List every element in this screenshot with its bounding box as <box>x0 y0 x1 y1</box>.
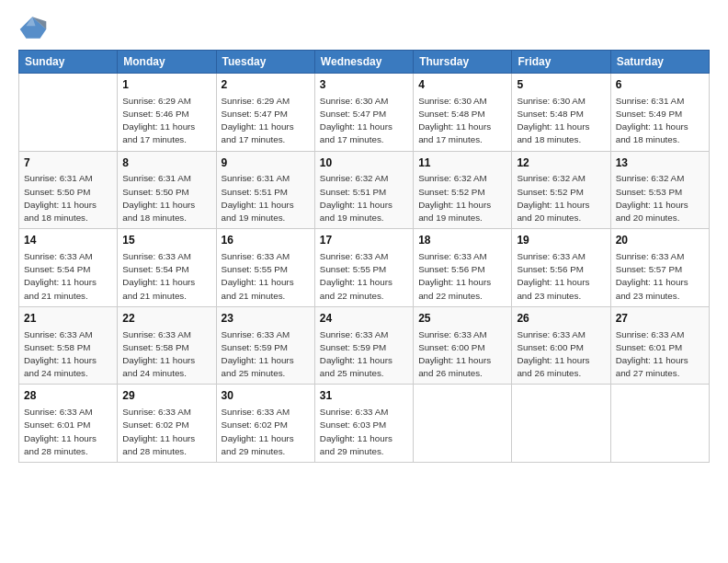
calendar-cell: 5Sunrise: 6:30 AMSunset: 5:48 PMDaylight… <box>512 74 610 152</box>
calendar-table: SundayMondayTuesdayWednesdayThursdayFrid… <box>18 50 710 463</box>
day-number: 31 <box>320 388 408 404</box>
header-saturday: Saturday <box>610 51 709 74</box>
day-info: Sunrise: 6:33 AMSunset: 5:59 PMDaylight:… <box>222 328 310 381</box>
day-info: Sunrise: 6:32 AMSunset: 5:52 PMDaylight:… <box>517 172 605 224</box>
day-info: Sunrise: 6:33 AMSunset: 6:00 PMDaylight:… <box>418 328 506 381</box>
day-info: Sunrise: 6:33 AMSunset: 6:02 PMDaylight:… <box>122 406 210 458</box>
calendar-cell: 16Sunrise: 6:33 AMSunset: 5:55 PMDayligh… <box>216 229 314 307</box>
header-tuesday: Tuesday <box>216 51 314 74</box>
day-info: Sunrise: 6:33 AMSunset: 5:54 PMDaylight:… <box>24 250 112 303</box>
day-number: 26 <box>517 311 605 327</box>
day-info: Sunrise: 6:33 AMSunset: 5:57 PMDaylight:… <box>616 250 704 303</box>
calendar-cell: 22Sunrise: 6:33 AMSunset: 5:58 PMDayligh… <box>118 306 216 385</box>
calendar-cell: 7Sunrise: 6:31 AMSunset: 5:50 PMDaylight… <box>19 151 118 229</box>
day-number: 8 <box>122 155 210 171</box>
day-number: 3 <box>320 77 408 93</box>
calendar-week-row: 28Sunrise: 6:33 AMSunset: 6:01 PMDayligh… <box>19 385 710 463</box>
day-info: Sunrise: 6:31 AMSunset: 5:49 PMDaylight:… <box>616 95 704 147</box>
day-info: Sunrise: 6:33 AMSunset: 5:59 PMDaylight:… <box>320 328 408 381</box>
calendar-cell: 6Sunrise: 6:31 AMSunset: 5:49 PMDaylight… <box>610 74 709 152</box>
calendar-cell: 30Sunrise: 6:33 AMSunset: 6:02 PMDayligh… <box>216 385 314 463</box>
day-info: Sunrise: 6:33 AMSunset: 6:01 PMDaylight:… <box>24 406 112 458</box>
calendar-cell: 2Sunrise: 6:29 AMSunset: 5:47 PMDaylight… <box>216 74 314 152</box>
day-number: 29 <box>122 388 210 404</box>
day-info: Sunrise: 6:29 AMSunset: 5:46 PMDaylight:… <box>122 95 210 147</box>
day-number: 25 <box>418 311 506 327</box>
day-info: Sunrise: 6:33 AMSunset: 5:56 PMDaylight:… <box>517 250 605 303</box>
day-info: Sunrise: 6:30 AMSunset: 5:48 PMDaylight:… <box>517 95 605 147</box>
day-info: Sunrise: 6:29 AMSunset: 5:47 PMDaylight:… <box>222 95 310 147</box>
calendar-cell <box>610 385 709 463</box>
day-number: 28 <box>24 388 112 404</box>
calendar-week-row: 1Sunrise: 6:29 AMSunset: 5:46 PMDaylight… <box>19 74 710 152</box>
day-number: 6 <box>616 77 704 93</box>
day-info: Sunrise: 6:33 AMSunset: 6:01 PMDaylight:… <box>616 328 704 381</box>
day-info: Sunrise: 6:33 AMSunset: 5:56 PMDaylight:… <box>418 250 506 303</box>
day-number: 20 <box>616 233 704 248</box>
calendar-cell: 13Sunrise: 6:32 AMSunset: 5:53 PMDayligh… <box>610 151 709 229</box>
day-number: 5 <box>517 77 605 93</box>
day-info: Sunrise: 6:33 AMSunset: 6:02 PMDaylight:… <box>222 406 310 458</box>
calendar-cell: 10Sunrise: 6:32 AMSunset: 5:51 PMDayligh… <box>314 151 413 229</box>
day-info: Sunrise: 6:33 AMSunset: 5:58 PMDaylight:… <box>122 328 210 381</box>
day-info: Sunrise: 6:32 AMSunset: 5:52 PMDaylight:… <box>418 172 506 224</box>
day-info: Sunrise: 6:31 AMSunset: 5:50 PMDaylight:… <box>24 172 112 224</box>
day-info: Sunrise: 6:33 AMSunset: 5:55 PMDaylight:… <box>222 250 310 303</box>
day-number: 13 <box>616 155 704 171</box>
day-number: 12 <box>517 155 605 171</box>
day-info: Sunrise: 6:32 AMSunset: 5:53 PMDaylight:… <box>616 172 704 224</box>
day-number: 7 <box>24 155 112 171</box>
day-info: Sunrise: 6:33 AMSunset: 5:55 PMDaylight:… <box>320 250 408 303</box>
calendar-week-row: 14Sunrise: 6:33 AMSunset: 5:54 PMDayligh… <box>19 229 710 307</box>
day-info: Sunrise: 6:33 AMSunset: 5:54 PMDaylight:… <box>122 250 210 303</box>
calendar-cell: 12Sunrise: 6:32 AMSunset: 5:52 PMDayligh… <box>512 151 610 229</box>
day-number: 1 <box>122 77 210 93</box>
calendar-cell: 25Sunrise: 6:33 AMSunset: 6:00 PMDayligh… <box>414 306 512 385</box>
day-number: 27 <box>616 311 704 327</box>
day-number: 22 <box>122 311 210 327</box>
day-info: Sunrise: 6:31 AMSunset: 5:50 PMDaylight:… <box>122 172 210 224</box>
calendar-cell: 24Sunrise: 6:33 AMSunset: 5:59 PMDayligh… <box>314 306 413 385</box>
header <box>18 15 710 40</box>
header-friday: Friday <box>512 51 610 74</box>
calendar-cell: 27Sunrise: 6:33 AMSunset: 6:01 PMDayligh… <box>610 306 709 385</box>
day-info: Sunrise: 6:31 AMSunset: 5:51 PMDaylight:… <box>222 172 310 224</box>
calendar-cell: 8Sunrise: 6:31 AMSunset: 5:50 PMDaylight… <box>118 151 216 229</box>
day-info: Sunrise: 6:33 AMSunset: 6:03 PMDaylight:… <box>320 406 408 458</box>
calendar-cell: 29Sunrise: 6:33 AMSunset: 6:02 PMDayligh… <box>118 385 216 463</box>
calendar-cell <box>512 385 610 463</box>
day-info: Sunrise: 6:33 AMSunset: 6:00 PMDaylight:… <box>517 328 605 381</box>
calendar-week-row: 21Sunrise: 6:33 AMSunset: 5:58 PMDayligh… <box>19 306 710 385</box>
logo <box>18 15 51 40</box>
calendar-cell: 28Sunrise: 6:33 AMSunset: 6:01 PMDayligh… <box>19 385 118 463</box>
day-info: Sunrise: 6:33 AMSunset: 5:58 PMDaylight:… <box>24 328 112 381</box>
calendar-cell: 17Sunrise: 6:33 AMSunset: 5:55 PMDayligh… <box>314 229 413 307</box>
day-info: Sunrise: 6:30 AMSunset: 5:47 PMDaylight:… <box>320 95 408 147</box>
day-number: 24 <box>320 311 408 327</box>
calendar-cell: 21Sunrise: 6:33 AMSunset: 5:58 PMDayligh… <box>19 306 118 385</box>
calendar-cell: 23Sunrise: 6:33 AMSunset: 5:59 PMDayligh… <box>216 306 314 385</box>
calendar-cell: 31Sunrise: 6:33 AMSunset: 6:03 PMDayligh… <box>314 385 413 463</box>
day-number: 30 <box>222 388 310 404</box>
day-number: 21 <box>24 311 112 327</box>
day-number: 16 <box>222 233 310 248</box>
day-number: 18 <box>418 233 506 248</box>
day-number: 4 <box>418 77 506 93</box>
day-number: 17 <box>320 233 408 248</box>
day-number: 2 <box>222 77 310 93</box>
calendar-week-row: 7Sunrise: 6:31 AMSunset: 5:50 PMDaylight… <box>19 151 710 229</box>
day-number: 9 <box>222 155 310 171</box>
logo-icon <box>18 15 48 40</box>
day-number: 19 <box>517 233 605 248</box>
day-number: 10 <box>320 155 408 171</box>
day-info: Sunrise: 6:32 AMSunset: 5:51 PMDaylight:… <box>320 172 408 224</box>
calendar-cell: 4Sunrise: 6:30 AMSunset: 5:48 PMDaylight… <box>414 74 512 152</box>
calendar-cell: 9Sunrise: 6:31 AMSunset: 5:51 PMDaylight… <box>216 151 314 229</box>
header-thursday: Thursday <box>414 51 512 74</box>
calendar-cell <box>414 385 512 463</box>
calendar-header-row: SundayMondayTuesdayWednesdayThursdayFrid… <box>19 51 710 74</box>
calendar-cell: 14Sunrise: 6:33 AMSunset: 5:54 PMDayligh… <box>19 229 118 307</box>
calendar-cell: 18Sunrise: 6:33 AMSunset: 5:56 PMDayligh… <box>414 229 512 307</box>
header-wednesday: Wednesday <box>314 51 413 74</box>
header-monday: Monday <box>118 51 216 74</box>
